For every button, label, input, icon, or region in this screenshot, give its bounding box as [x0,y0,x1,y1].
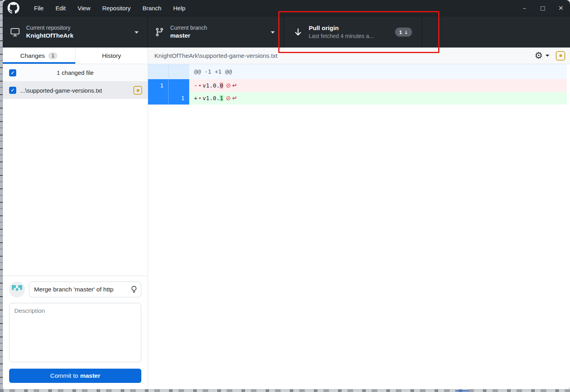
commit-button-branch: master [80,372,100,379]
current-repository-button[interactable]: Current repository KnightOfTheArk [3,16,148,48]
background-window-bottom-sliver [0,389,570,392]
toolbar: Current repository KnightOfTheArk Curren… [3,16,570,48]
close-button[interactable]: ✕ [552,0,570,16]
gear-icon: ⚙ [534,51,543,60]
whitespace-dot-icon: • [198,95,202,101]
file-list-empty-space [3,99,148,276]
removed-line-content: -•v1.0.0⊘↵ [189,79,567,92]
github-logo-icon [8,2,19,14]
old-line-number [148,92,169,105]
window-controls: – □ ✕ [515,0,570,16]
tab-changes[interactable]: Changes 1 [3,48,75,64]
chevron-down-icon [545,55,549,57]
current-branch-button[interactable]: Current branch master [148,16,284,48]
pull-count-badge: 1 ↓ [395,27,412,36]
arrow-down-icon [293,27,303,37]
chevron-down-icon [271,31,275,34]
hunk-header-text: @@ -1 +1 @@ [189,64,567,79]
diff-gutter [148,64,189,79]
diff-empty-space [148,105,570,389]
background-window-bottom-detail [455,390,469,392]
diff-file-header: KnightOfTheArk\supported-game-versions.t… [148,48,570,64]
changed-char: 0 [220,82,223,89]
file-name: ...\supported-game-versions.txt [20,87,133,94]
menu-branch[interactable]: Branch [137,0,167,16]
added-line-content: +•v1.0.1⊘↵ [189,92,567,105]
menu-help[interactable]: Help [167,0,192,16]
toolbar-empty-area [422,16,570,48]
pull-origin-title: Pull origin [309,24,374,32]
changed-files-header: ✓ 1 changed file [3,64,148,82]
changed-char: 1 [220,95,223,101]
pull-count: 1 [399,29,402,35]
menu-repository[interactable]: Repository [96,0,137,16]
lightbulb-icon[interactable] [130,285,138,295]
no-newline-icon: ⊘ [226,82,231,89]
badge-arrow-down-icon: ↓ [404,29,408,35]
whitespace-dot-icon: • [198,82,202,89]
line-text: v1.0. [202,95,220,101]
carriage-return-icon: ↵ [232,82,237,89]
changed-file-row[interactable]: ✓ ...\supported-game-versions.txt [3,82,148,99]
diff-gutter-selected[interactable]: 1 [148,92,189,105]
changes-sidebar: Changes 1 History ✓ 1 changed file ✓ ...… [3,48,148,389]
changes-count-badge: 1 [48,52,57,59]
modified-status-icon [556,51,565,61]
avatar [9,282,25,297]
diff-removed-row[interactable]: 1 -•v1.0.0⊘↵ [148,79,567,92]
commit-form: Commit to master [3,276,148,389]
current-branch-label: Current branch [170,24,207,31]
commit-summary-input[interactable] [29,282,141,297]
diff-panel: KnightOfTheArk\supported-game-versions.t… [148,48,570,389]
tab-history[interactable]: History [75,48,148,64]
title-bar: File Edit View Repository Branch Help – … [3,0,570,16]
new-line-number: 1 [169,92,189,105]
pull-origin-button[interactable]: Pull origin Last fetched 4 minutes a... … [284,16,422,48]
diff-added-row[interactable]: 1 +•v1.0.1⊘↵ [148,92,567,105]
diff-gutter-selected[interactable]: 1 [148,79,189,92]
menu-view[interactable]: View [72,0,96,16]
diff-sign: - [194,82,198,89]
old-line-number: 1 [148,79,169,92]
current-repository-label: Current repository [26,24,74,31]
git-branch-icon [155,27,164,37]
changed-files-count: 1 changed file [57,69,93,76]
line-text: v1.0. [202,82,220,89]
background-window-left-sliver [0,0,3,392]
chevron-down-icon [135,31,139,34]
current-branch-name: master [170,32,207,40]
app-window: File Edit View Repository Branch Help – … [3,0,570,389]
new-line-number [169,79,189,92]
carriage-return-icon: ↵ [232,95,237,102]
file-checkbox[interactable]: ✓ [9,87,16,94]
minimize-button[interactable]: – [515,0,534,16]
commit-description-input[interactable] [9,303,141,362]
no-newline-icon: ⊘ [226,95,231,102]
diff-view: @@ -1 +1 @@ 1 -•v1.0.0⊘↵ 1 [148,64,570,389]
pull-origin-subtitle: Last fetched 4 minutes a... [309,32,374,40]
main-area: Changes 1 History ✓ 1 changed file ✓ ...… [3,48,570,389]
tab-history-label: History [102,52,121,59]
tab-changes-label: Changes [20,52,45,59]
maximize-button[interactable]: □ [534,0,552,16]
select-all-checkbox[interactable]: ✓ [9,69,16,76]
menu-file[interactable]: File [28,0,49,16]
menu-bar: File Edit View Repository Branch Help [28,0,191,16]
repository-icon [10,27,20,37]
diff-sign: + [194,95,198,101]
current-repository-name: KnightOfTheArk [26,32,74,40]
sidebar-tabs: Changes 1 History [3,48,148,64]
diff-hunk-header-row: @@ -1 +1 @@ [148,64,567,79]
menu-edit[interactable]: Edit [49,0,72,16]
diff-file-path: KnightOfTheArk\supported-game-versions.t… [154,52,534,59]
commit-button-prefix: Commit to [50,372,78,379]
diff-options-button[interactable]: ⚙ [534,51,549,60]
commit-button[interactable]: Commit to master [9,369,141,383]
modified-status-icon [133,86,142,95]
